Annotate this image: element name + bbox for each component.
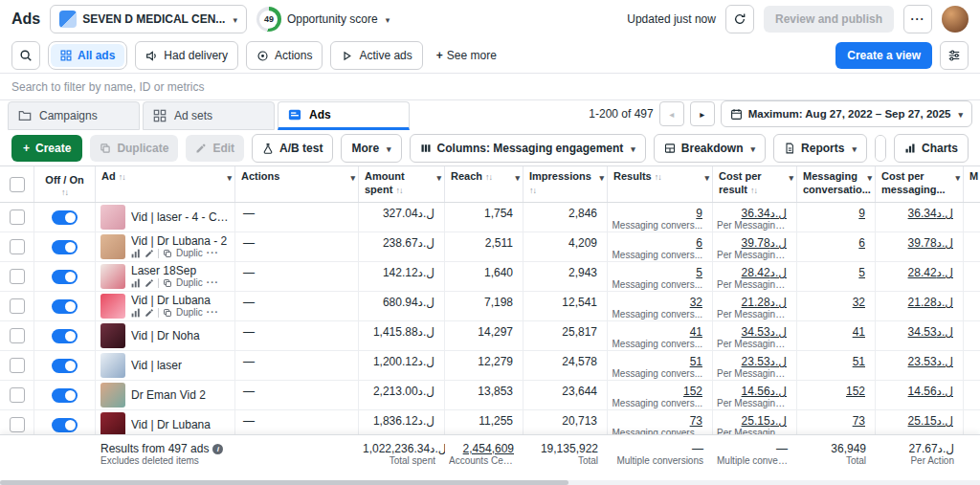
columns-button[interactable]: Columns: Messaging engagement: [410, 134, 646, 163]
results-value[interactable]: 152: [612, 385, 702, 398]
cost-per-messaging-value[interactable]: 36.34ل.د: [880, 207, 953, 220]
tab-ad-sets[interactable]: Ad sets: [143, 101, 275, 130]
copy-icon[interactable]: [163, 249, 172, 258]
chart-icon[interactable]: [131, 278, 141, 288]
next-page-button[interactable]: [690, 101, 715, 126]
column-menu-icon[interactable]: [787, 171, 793, 185]
ad-quick-actions[interactable]: Duplic: [131, 307, 219, 319]
filter-actions[interactable]: Actions: [246, 41, 323, 70]
pencil-icon[interactable]: [145, 278, 154, 288]
review-publish-button[interactable]: Review and publish: [764, 6, 894, 33]
cost-per-messaging-value[interactable]: 23.53ل.د: [880, 355, 953, 368]
horizontal-scrollbar[interactable]: [0, 480, 980, 485]
filter-all-ads[interactable]: All ads: [51, 44, 124, 67]
row-checkbox[interactable]: [10, 328, 25, 343]
account-selector[interactable]: SEVEN D MEDICAL CEN...: [50, 5, 247, 33]
column-menu-icon[interactable]: [597, 171, 604, 185]
create-button[interactable]: Create: [11, 135, 82, 162]
search-input[interactable]: [0, 80, 980, 94]
search-button[interactable]: [11, 41, 40, 70]
filter-active-ads[interactable]: Active ads: [330, 41, 422, 70]
row-checkbox[interactable]: [10, 417, 25, 432]
duplicate-label[interactable]: Duplic: [176, 277, 203, 289]
column-header-cost-per-messaging[interactable]: Cost per messaging...: [876, 166, 964, 202]
copy-icon[interactable]: [163, 308, 172, 318]
messaging-conversations-value[interactable]: 9: [801, 207, 865, 220]
ad-quick-actions[interactable]: Duplic: [131, 248, 227, 259]
chart-icon[interactable]: [131, 249, 141, 258]
ad-name[interactable]: Vid | Dr Noha: [131, 329, 200, 342]
column-menu-icon[interactable]: [953, 171, 960, 185]
cost-per-result-value[interactable]: 34.53ل.د: [717, 325, 787, 339]
cost-per-messaging-value[interactable]: 34.53ل.د: [880, 325, 953, 339]
cost-per-result-value[interactable]: 21.28ل.د: [717, 296, 787, 309]
cost-per-result-value[interactable]: 39.78ل.د: [717, 236, 787, 250]
column-menu-icon[interactable]: [865, 171, 872, 185]
opportunity-score[interactable]: 49 Opportunity score: [256, 7, 390, 32]
ellipsis-icon[interactable]: [207, 277, 219, 289]
results-value[interactable]: 73: [612, 414, 702, 428]
results-value[interactable]: 6: [612, 236, 702, 250]
refresh-button[interactable]: [725, 5, 754, 33]
more-options-button[interactable]: [903, 5, 932, 33]
cost-per-messaging-value[interactable]: 14.56ل.د: [880, 385, 953, 398]
ad-name[interactable]: Dr Eman Vid 2: [131, 388, 206, 402]
ad-toggle[interactable]: [52, 418, 78, 432]
messaging-conversations-value[interactable]: 41: [801, 325, 865, 339]
see-more-button[interactable]: See more: [431, 49, 502, 62]
messaging-conversations-value[interactable]: 51: [801, 355, 865, 368]
column-menu-icon[interactable]: [348, 171, 355, 185]
column-menu-icon[interactable]: [702, 171, 709, 185]
duplicate-button[interactable]: Duplicate: [90, 135, 178, 162]
messaging-conversations-value[interactable]: 5: [801, 266, 865, 279]
export-button[interactable]: Export: [876, 136, 886, 161]
ad-name[interactable]: Laser 18Sep: [131, 264, 219, 277]
footer-reach-value[interactable]: 2,454,609: [449, 442, 514, 455]
ad-name[interactable]: Vid | laser: [131, 359, 182, 372]
tab-ads[interactable]: Ads: [278, 101, 410, 130]
results-value[interactable]: 5: [612, 266, 702, 279]
column-menu-icon[interactable]: [434, 171, 441, 185]
ad-toggle[interactable]: [52, 270, 78, 284]
cost-per-result-value[interactable]: 36.34ل.د: [717, 207, 787, 220]
ad-name[interactable]: Vid | Dr Lubana: [131, 294, 219, 307]
results-value[interactable]: 32: [612, 296, 702, 309]
copy-icon[interactable]: [163, 278, 172, 288]
ad-toggle[interactable]: [52, 388, 78, 403]
column-header-ad[interactable]: Ad: [96, 166, 235, 202]
info-icon[interactable]: [212, 444, 223, 454]
row-checkbox[interactable]: [10, 269, 25, 284]
pencil-icon[interactable]: [145, 308, 154, 318]
results-value[interactable]: 51: [612, 355, 702, 368]
cost-per-messaging-value[interactable]: 28.42ل.د: [880, 266, 953, 279]
column-header-actions[interactable]: Actions: [235, 166, 359, 202]
messaging-conversations-value[interactable]: 32: [801, 296, 865, 309]
column-menu-icon[interactable]: [513, 171, 520, 185]
results-value[interactable]: 41: [612, 325, 702, 339]
messaging-conversations-value[interactable]: 6: [801, 236, 865, 250]
view-settings-button[interactable]: [940, 41, 969, 70]
duplicate-label[interactable]: Duplic: [176, 248, 203, 259]
ad-name[interactable]: Vid | Dr Lubana - 2: [131, 234, 227, 248]
ad-toggle[interactable]: [52, 240, 78, 254]
edit-button[interactable]: Edit: [186, 135, 244, 162]
column-header-messaging-conversations[interactable]: Messaging conversatio...: [797, 166, 876, 202]
cost-per-result-value[interactable]: 28.42ل.د: [717, 266, 787, 279]
column-menu-icon[interactable]: [225, 171, 232, 185]
ad-toggle[interactable]: [52, 329, 78, 343]
ellipsis-icon[interactable]: [207, 307, 219, 319]
pencil-icon[interactable]: [145, 249, 154, 258]
cost-per-messaging-value[interactable]: 39.78ل.د: [880, 236, 953, 250]
column-header-toggle[interactable]: Off / On: [34, 166, 96, 202]
column-header-amount-spent[interactable]: Amount spent: [359, 166, 445, 202]
ad-toggle[interactable]: [52, 210, 78, 225]
ab-test-button[interactable]: A/B test: [252, 134, 333, 163]
chart-icon[interactable]: [131, 308, 141, 318]
results-value[interactable]: 9: [612, 207, 702, 220]
cost-per-result-value[interactable]: 25.15ل.د: [717, 414, 787, 428]
filter-had-delivery[interactable]: Had delivery: [135, 41, 238, 70]
column-header-impressions[interactable]: Impressions: [523, 166, 608, 202]
row-checkbox[interactable]: [10, 239, 25, 254]
ad-quick-actions[interactable]: Duplic: [131, 277, 219, 289]
ellipsis-icon[interactable]: [207, 248, 219, 259]
